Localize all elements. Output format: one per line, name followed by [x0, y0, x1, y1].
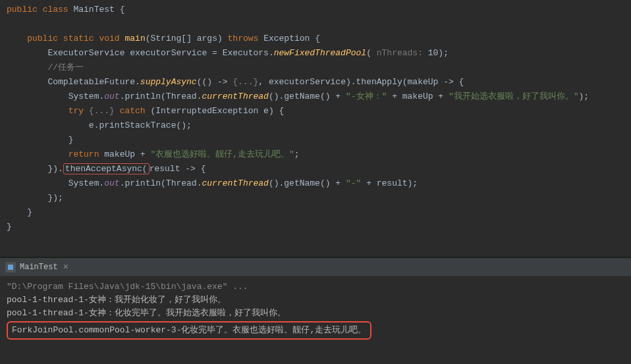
- console-line: pool-1-thread-1-女神：我开始化妆了，好了我叫你。: [7, 294, 624, 307]
- keyword: catch: [120, 106, 146, 116]
- console-line: pool-1-thread-1-女神：化妆完毕了。我开始选衣服啦，好了我叫你。: [7, 307, 624, 320]
- console-output[interactable]: "D:\Program Files\Java\jdk-15\bin\java.e…: [0, 276, 631, 344]
- class-name: MainTest: [73, 5, 114, 14]
- field: out: [104, 178, 119, 188]
- keyword: void: [99, 34, 119, 43]
- method-call: currentThread: [202, 178, 268, 188]
- string-literal: "衣服也选好啦。靓仔,走去玩儿吧。": [150, 149, 294, 159]
- keyword: throws: [228, 34, 259, 43]
- method-call: newFixedThreadPool: [274, 48, 366, 58]
- method-call: supplyAsync: [140, 77, 197, 87]
- keyword: return: [69, 149, 99, 159]
- console-line: "D:\Program Files\Java\jdk-15\bin\java.e…: [7, 280, 624, 294]
- code-fold[interactable]: {...}: [233, 77, 258, 87]
- code-editor[interactable]: public class MainTest { public static vo…: [0, 0, 631, 257]
- svg-rect-0: [8, 265, 13, 270]
- string-literal: "-女神：": [346, 91, 387, 101]
- close-icon[interactable]: ×: [63, 262, 69, 273]
- highlighted-console-line: ForkJoinPool.commonPool-worker-3-化妆完毕了。衣…: [7, 321, 371, 340]
- keyword: try: [69, 106, 84, 116]
- code-fold[interactable]: {...}: [84, 106, 120, 116]
- comment: //任务一: [47, 63, 84, 72]
- string-literal: "-": [346, 178, 361, 188]
- keyword: static: [63, 34, 94, 43]
- method-name: main: [125, 34, 146, 43]
- string-literal: "我开始选衣服啦，好了我叫你。": [449, 91, 579, 101]
- keyword: public: [7, 5, 38, 14]
- keyword: public: [27, 34, 58, 43]
- run-config-icon: [5, 262, 16, 273]
- console-tab-bar: MainTest ×: [0, 258, 631, 276]
- field: out: [104, 91, 119, 101]
- highlighted-method: thenAcceptAsync(: [63, 163, 150, 174]
- console-tab-label[interactable]: MainTest: [20, 263, 58, 272]
- method-call: currentThread: [202, 91, 268, 101]
- keyword: class: [43, 5, 69, 14]
- param-hint: nThreads:: [377, 48, 428, 58]
